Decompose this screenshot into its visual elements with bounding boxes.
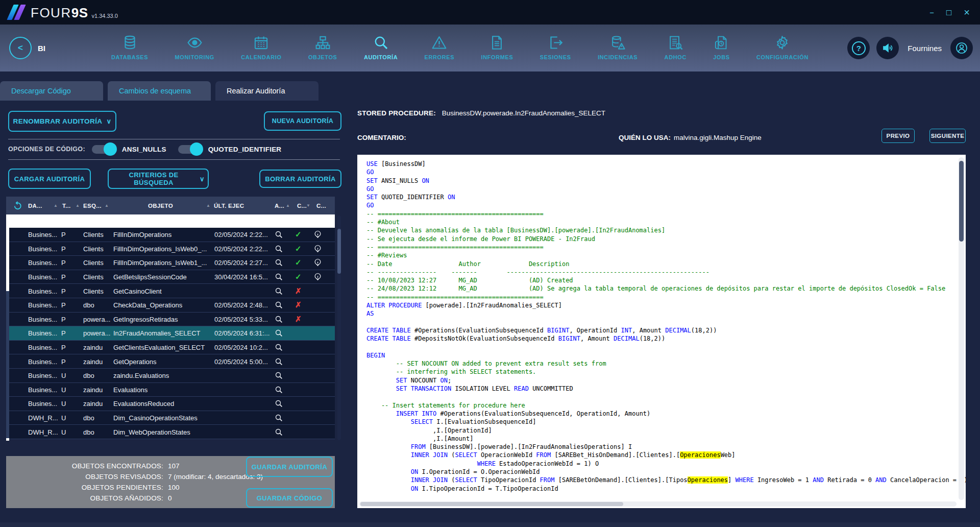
summary-label: OBJETOS REVISADOS:: [6, 473, 163, 481]
next-button[interactable]: SIGUIENTE: [929, 129, 966, 143]
sound-button[interactable]: [876, 37, 899, 59]
toggle-ansi_nulls[interactable]: [92, 145, 115, 154]
column-header-1[interactable]: DA...: [28, 197, 42, 214]
nav-item-configuraci-n[interactable]: CONFIGURACIÓN: [756, 35, 808, 60]
magnifier-icon[interactable]: [275, 245, 283, 253]
column-header-2[interactable]: T...: [62, 197, 71, 214]
sort-up-icon[interactable]: [54, 203, 58, 208]
code-line: INNER JOIN (SELECT TipoOperacionId FROM …: [366, 476, 966, 484]
account-button[interactable]: [950, 37, 973, 59]
nav-item-databases[interactable]: DATABASES: [111, 35, 148, 60]
magnifier-icon[interactable]: [275, 329, 283, 337]
scrollbar-thumb[interactable]: [959, 161, 964, 242]
cross-icon: ✗: [295, 286, 302, 296]
new-audit-button[interactable]: NUEVA AUDITORÍA: [264, 111, 341, 131]
nav-item-auditor-a[interactable]: AUDITORÍA: [364, 35, 398, 60]
search-criteria-button[interactable]: CRITERIOS DE BÚSQUEDA: [108, 169, 209, 189]
save-audit-button[interactable]: GUARDAR AUDITORÍA: [246, 457, 333, 477]
toggle-quoted_identifier[interactable]: [178, 145, 202, 154]
sort-up-icon[interactable]: [76, 203, 80, 208]
database-icon: [122, 35, 138, 51]
code-vertical-scrollbar[interactable]: [959, 157, 964, 500]
info-icon[interactable]: [313, 230, 322, 239]
magnifier-icon[interactable]: [275, 371, 283, 379]
rename-audit-button[interactable]: RENOMBRAR AUDITORÍA: [8, 111, 116, 132]
table-row[interactable]: Busines...UzainduEvaluationsReduced: [6, 397, 335, 411]
nav-item-objetos[interactable]: OBJETOS: [308, 35, 337, 60]
code-line: -- =====================================…: [366, 293, 966, 301]
nav-item-sesiones[interactable]: SESIONES: [540, 35, 571, 60]
table-row[interactable]: Busines...PClientsGetCasinoClient✗: [6, 284, 335, 298]
footer-strip: [0, 522, 980, 527]
table-row[interactable]: Busines...UzainduEvaluations: [6, 383, 335, 397]
table-row[interactable]: Busines...PdboCheckData_Operations02/05/…: [6, 298, 335, 313]
titlebar: FOUR 9S v1.34.33.0: [0, 0, 980, 25]
db-cell: Busines...: [28, 372, 57, 379]
nav-item-errores[interactable]: ERRORES: [425, 35, 455, 60]
magnifier-icon[interactable]: [275, 230, 283, 238]
scrollbar-thumb[interactable]: [337, 229, 341, 274]
column-header-3[interactable]: ESQ...: [83, 197, 102, 214]
table-row[interactable]: DWH_R...UdboDim_CasinoOperationStates: [6, 411, 335, 425]
empty-list-row[interactable]: [6, 214, 335, 228]
nav-item-label: ADHOC: [665, 54, 687, 60]
magnifier-icon[interactable]: [275, 273, 283, 281]
table-row[interactable]: Busines...PClientsFillInDimOperations02/…: [6, 228, 335, 242]
nav-item-monitoring[interactable]: MONITORING: [175, 35, 214, 60]
table-row[interactable]: DWH_R...UdboDim_WebOperationStates: [6, 425, 335, 439]
magnifier-icon[interactable]: [275, 258, 283, 267]
code-horizontal-scrollbar[interactable]: [359, 501, 957, 507]
delete-audit-button[interactable]: BORRAR AUDITORÍA: [259, 170, 341, 188]
info-icon[interactable]: [313, 258, 322, 267]
previous-button[interactable]: PREVIO: [881, 129, 915, 143]
scrollbar-thumb[interactable]: [360, 502, 623, 506]
info-icon[interactable]: [313, 273, 322, 281]
table-left-scrollbar[interactable]: [6, 214, 9, 441]
load-audit-button[interactable]: CARGAR AUDITORÍA: [8, 169, 91, 189]
info-icon[interactable]: [313, 244, 322, 253]
code-line: -- Insert statements for procedure here: [366, 401, 966, 410]
logo-text-9s: 9S: [71, 5, 88, 20]
nav-item-informes[interactable]: INFORMES: [481, 35, 513, 60]
column-header-4[interactable]: OBJETO: [148, 197, 173, 214]
sort-down-icon[interactable]: [306, 203, 310, 208]
magnifier-icon[interactable]: [275, 287, 283, 295]
magnifier-icon[interactable]: [275, 428, 283, 436]
magnifier-icon[interactable]: [275, 343, 283, 351]
table-row[interactable]: Busines...PzainduGetOperations02/05/2024…: [6, 354, 335, 369]
magnifier-icon[interactable]: [275, 301, 283, 309]
scrollbar-thumb[interactable]: [6, 291, 9, 438]
table-row[interactable]: Busines...PClientsGetBetslipsSessionCode…: [6, 270, 335, 284]
table-row[interactable]: Busines...PClientsFillInDimOperations_Is…: [6, 256, 335, 270]
table-row[interactable]: Busines...PClientsFillInDimOperations_Is…: [6, 242, 335, 256]
table-right-scrollbar[interactable]: [337, 215, 341, 440]
column-header-7[interactable]: C...: [297, 197, 307, 214]
magnifier-icon[interactable]: [275, 399, 283, 408]
magnifier-icon[interactable]: [275, 315, 283, 323]
sql-code-panel[interactable]: USE [BusinessDW]GOSET ANSI_NULLS ONGOSET…: [357, 155, 966, 508]
column-header-6[interactable]: A...: [275, 197, 284, 214]
table-row[interactable]: Busines...Ppowera...GetIngresosRetiradas…: [6, 313, 335, 327]
back-button[interactable]: <: [9, 37, 32, 59]
magnifier-icon[interactable]: [275, 386, 283, 394]
refresh-icon[interactable]: [12, 200, 23, 213]
nav-item-jobs[interactable]: JOBS: [713, 35, 729, 60]
nav-item-calendario[interactable]: CALENDARIO: [241, 35, 281, 60]
save-code-button[interactable]: GUARDAR CÓDIGO: [246, 488, 333, 508]
nav-item-adhoc[interactable]: ADHOC: [665, 35, 687, 60]
magnifier-icon[interactable]: [275, 357, 283, 366]
column-header-5[interactable]: ÚLT. EJEC: [214, 197, 244, 214]
nav-item-incidencias[interactable]: INCIDENCIAS: [598, 35, 638, 60]
close-icon[interactable]: [964, 7, 970, 17]
sort-up-icon[interactable]: [286, 203, 290, 208]
help-button[interactable]: ?: [847, 37, 870, 59]
magnifier-icon[interactable]: [275, 414, 283, 422]
table-row[interactable]: Busines...PzainduGetClientsEvaluation_SE…: [6, 341, 335, 355]
column-header-8[interactable]: C...: [316, 197, 326, 214]
table-row[interactable]: Busines...Udbozaindu.Evaluations: [6, 369, 335, 383]
sort-up-icon[interactable]: [206, 203, 210, 208]
sort-up-icon[interactable]: [105, 203, 109, 208]
table-row[interactable]: Busines...Ppowera...In2FraudAnomalies_SE…: [6, 326, 335, 341]
minimize-icon[interactable]: [929, 9, 934, 16]
maximize-icon[interactable]: [946, 8, 951, 17]
